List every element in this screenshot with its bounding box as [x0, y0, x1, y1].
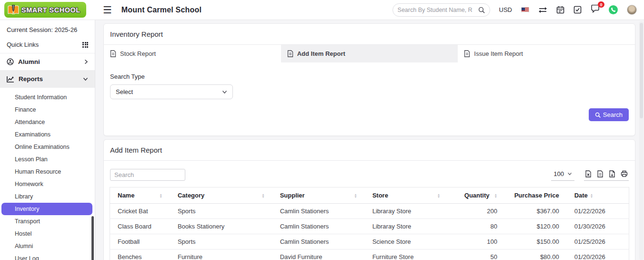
- calendar-icon[interactable]: [556, 6, 564, 14]
- cell-name: Class Board: [110, 219, 170, 234]
- table-tools: 100: [551, 169, 629, 181]
- sort-icon: ▲▼: [354, 193, 357, 198]
- cell-store: Libraray Store: [365, 204, 448, 219]
- sidebar-item-hostel[interactable]: Hostel: [0, 228, 95, 240]
- items-table: Name▲▼Category▲▼Supplier▲▼Store▲▼Quantit…: [110, 187, 629, 260]
- quick-links-label: Quick Links: [7, 41, 39, 48]
- current-session-label: Current Session: 2025-26: [0, 20, 95, 36]
- page-scrollbar[interactable]: [639, 21, 644, 260]
- header-actions: USD: [392, 3, 644, 17]
- export-buttons: [584, 170, 629, 181]
- sidebar-item-finance[interactable]: Finance: [0, 104, 95, 116]
- logo-container[interactable]: SMART SCHOOL: [0, 2, 95, 18]
- cell-name: Cricket Bat: [110, 204, 170, 219]
- search-button[interactable]: Search: [589, 108, 629, 121]
- tab-issue-item-report[interactable]: Issue Item Report: [458, 45, 635, 62]
- excel-export-icon[interactable]: [585, 170, 592, 177]
- sidebar-item-homework[interactable]: Homework: [0, 178, 95, 190]
- search-type-select[interactable]: Select: [110, 84, 233, 99]
- cell-store: Libraray Store: [365, 219, 448, 234]
- book-pen-icon: [7, 4, 20, 16]
- sidebar-group-label: Alumni: [18, 58, 40, 65]
- column-header-store[interactable]: Store▲▼: [365, 187, 448, 204]
- sidebar-item-human-resource[interactable]: Human Resource: [0, 166, 95, 178]
- student-search-box[interactable]: [392, 3, 490, 17]
- user-avatar[interactable]: [627, 5, 637, 15]
- cell-category: Books Stationery: [170, 219, 272, 234]
- sidebar-item-student-information[interactable]: Student Information: [0, 91, 95, 104]
- sidebar-item-attendance[interactable]: Attendance: [0, 116, 95, 128]
- cell-name: Benches: [110, 250, 170, 260]
- cell-supplier: Camlin Stationers: [272, 204, 365, 219]
- chat-notifications[interactable]: 0: [591, 5, 600, 15]
- cell-date: 01/20/2026: [567, 250, 629, 260]
- quick-links[interactable]: Quick Links: [0, 36, 95, 53]
- us-flag-icon[interactable]: [521, 7, 529, 12]
- sidebar-item-inventory[interactable]: Inventory: [1, 203, 92, 215]
- cell-purchase-price: $367.00: [505, 204, 567, 219]
- sidebar-item-alumni[interactable]: Alumni: [0, 240, 95, 252]
- table-section-title: Add Item Report: [104, 140, 635, 161]
- sort-icon: ▲▼: [160, 193, 162, 198]
- table-row: Cricket BatSportsCamlin StationersLibrar…: [110, 204, 629, 219]
- cell-quantity: 50: [448, 250, 505, 260]
- table-search-input[interactable]: [110, 169, 185, 181]
- page-size-value: 100: [553, 170, 564, 177]
- column-header-quantity[interactable]: Quantity▲▼: [448, 187, 505, 204]
- tab-stock-report[interactable]: Stock Report: [104, 45, 281, 62]
- app-root: SMART SCHOOL ☰ Mount Carmel School USD: [0, 0, 644, 260]
- print-icon[interactable]: [621, 170, 628, 177]
- cell-purchase-price: $150.00: [505, 234, 567, 250]
- table-row: BenchesFurnitureDavid FurnitureFurniture…: [110, 250, 629, 260]
- hamburger-icon[interactable]: ☰: [103, 5, 112, 15]
- currency-label[interactable]: USD: [499, 6, 512, 13]
- search-button-label: Search: [603, 111, 623, 118]
- chevron-down-icon: [83, 77, 88, 81]
- pdf-export-icon[interactable]: [609, 170, 615, 177]
- sidebar-scrollbar[interactable]: [91, 216, 94, 260]
- inventory-report-card: Inventory Report Stock ReportAdd Item Re…: [103, 23, 635, 136]
- task-check-icon[interactable]: [574, 6, 582, 14]
- cell-supplier: Camlin Stationers: [272, 234, 365, 250]
- student-search-input[interactable]: [398, 7, 478, 13]
- search-icon: [478, 7, 485, 13]
- swap-icon[interactable]: [538, 7, 547, 13]
- reports-chart-icon: [7, 76, 14, 83]
- csv-export-icon[interactable]: [597, 170, 604, 177]
- page-size-select[interactable]: 100: [551, 169, 574, 181]
- whatsapp-icon[interactable]: [609, 5, 618, 14]
- search-form: Search Type Select: [104, 62, 635, 99]
- sidebar-item-user-log[interactable]: User Log: [0, 252, 95, 260]
- reports-submenu: Student InformationFinanceAttendanceExam…: [0, 88, 95, 260]
- chat-badge: 0: [598, 1, 604, 8]
- tab-add-item-report[interactable]: Add Item Report: [281, 45, 458, 62]
- sidebar-group-alumni[interactable]: Alumni: [0, 53, 95, 70]
- column-header-category[interactable]: Category▲▼: [170, 187, 272, 204]
- sidebar-item-transport[interactable]: Transport: [0, 215, 95, 228]
- column-header-supplier[interactable]: Supplier▲▼: [272, 187, 365, 204]
- logo-text: SMART SCHOOL: [21, 6, 80, 14]
- sidebar-item-lesson-plan[interactable]: Lesson Plan: [0, 153, 95, 166]
- search-icon: [595, 112, 601, 118]
- button-row: Search: [104, 99, 635, 135]
- tab-label: Add Item Report: [297, 50, 345, 57]
- cell-name: Football: [110, 234, 170, 250]
- sidebar-item-online-examinations[interactable]: Online Examinations: [0, 141, 95, 153]
- cell-supplier: David Furniture: [272, 250, 365, 260]
- cell-purchase-price: $80.00: [505, 250, 567, 260]
- sidebar-item-library[interactable]: Library: [0, 190, 95, 203]
- sidebar-item-examinations[interactable]: Examinations: [0, 128, 95, 141]
- main-content: Inventory Report Stock ReportAdd Item Re…: [95, 20, 644, 260]
- cell-supplier: Camlin Stationers: [272, 219, 365, 234]
- column-header-name[interactable]: Name▲▼: [110, 187, 170, 204]
- cell-purchase-price: $120.00: [505, 219, 567, 234]
- column-header-date[interactable]: Date▲▼: [567, 187, 629, 204]
- add-item-report-card: Add Item Report 100: [103, 139, 635, 260]
- tab-label: Stock Report: [120, 50, 156, 57]
- sidebar-group-reports[interactable]: Reports: [0, 70, 95, 88]
- chevron-down-icon: [567, 172, 572, 176]
- cell-store: Furniture Store: [365, 250, 448, 260]
- table-wrapper: Name▲▼Category▲▼Supplier▲▼Store▲▼Quantit…: [104, 187, 635, 260]
- page-title: Inventory Report: [104, 24, 635, 45]
- search-type-label: Search Type: [110, 73, 629, 80]
